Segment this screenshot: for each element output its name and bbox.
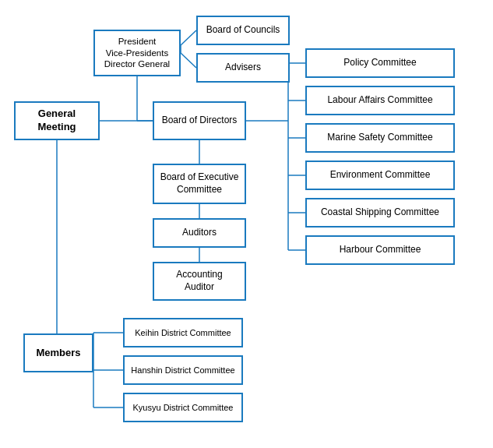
hanshin-node: Hanshin District Committee [123, 355, 243, 385]
auditors-node: Auditors [153, 218, 246, 248]
advisers-node: Advisers [196, 53, 290, 83]
accounting-auditor-node: AccountingAuditor [153, 262, 246, 301]
board-of-councils-node: Board of Councils [196, 16, 290, 45]
org-chart: General Meeting Members PresidentVice-Pr… [0, 0, 493, 448]
coastal-shipping-node: Coastal Shipping Committee [305, 198, 455, 228]
labour-affairs-node: Labour Affairs Committee [305, 86, 455, 115]
svg-line-7 [181, 30, 196, 45]
marine-safety-node: Marine Safety Committee [305, 123, 455, 153]
board-of-executive-node: Board of ExecutiveCommittee [153, 164, 246, 204]
president-node: PresidentVice-PresidentsDirector General [93, 30, 181, 76]
policy-committee-node: Policy Committee [305, 48, 455, 78]
svg-line-8 [181, 53, 196, 68]
members-node: Members [23, 333, 93, 372]
general-meeting-node: General Meeting [14, 101, 100, 140]
keihin-node: Keihin District Committee [123, 318, 243, 347]
kyusyu-node: Kyusyu District Committee [123, 393, 243, 422]
environment-node: Environment Committee [305, 161, 455, 190]
harbour-committee-node: Harbour Committee [305, 235, 455, 265]
board-of-directors-node: Board of Directors [153, 101, 246, 140]
